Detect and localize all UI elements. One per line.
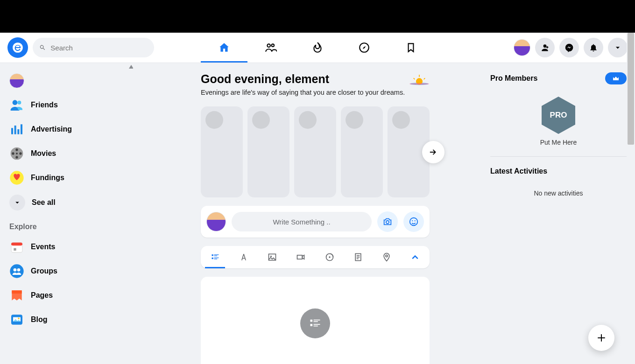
composer-avatar[interactable] [206, 212, 226, 231]
nav-people[interactable] [247, 33, 294, 63]
sidebar-see-all[interactable]: See all [4, 190, 129, 215]
svg-rect-31 [214, 254, 219, 255]
advertising-icon [9, 122, 24, 137]
groups-icon [9, 264, 24, 279]
greeting-subtitle: Evenings are life's way of saying that y… [201, 89, 405, 96]
filter-all[interactable] [202, 246, 228, 268]
filter-photo[interactable] [260, 246, 285, 268]
events-icon [9, 239, 24, 254]
compass-icon [358, 42, 370, 54]
svg-point-29 [415, 220, 416, 221]
svg-rect-1 [11, 128, 13, 134]
pro-hexagon[interactable]: PRO [540, 97, 577, 134]
svg-point-25 [409, 83, 429, 85]
svg-rect-51 [314, 326, 318, 327]
main-feed: Good evening, element Evenings are life'… [133, 63, 490, 364]
sidebar-groups[interactable]: Groups [4, 259, 129, 283]
svg-rect-3 [17, 129, 19, 134]
story-card[interactable] [294, 106, 336, 197]
divider [490, 156, 627, 157]
left-sidebar: Friends Advertising Movies Fundings See … [0, 63, 133, 364]
story-card[interactable] [247, 106, 289, 197]
svg-point-8 [12, 152, 14, 154]
sidebar-advertising[interactable]: Advertising [4, 117, 129, 141]
composer-emoji-button[interactable] [403, 211, 424, 232]
svg-rect-30 [212, 254, 213, 256]
camera-icon [382, 217, 393, 227]
user-avatar[interactable] [514, 39, 530, 56]
filter-video[interactable] [288, 246, 314, 268]
svg-rect-33 [212, 258, 213, 259]
sidebar-item-label: Blog [31, 315, 48, 324]
svg-rect-47 [314, 320, 320, 321]
create-fab[interactable] [588, 325, 614, 351]
svg-rect-46 [310, 320, 313, 322]
filter-collapse[interactable] [402, 246, 428, 268]
search-icon [39, 44, 46, 51]
sidebar-movies[interactable]: Movies [4, 141, 129, 166]
put-me-here-link[interactable]: Put Me Here [490, 139, 627, 146]
svg-rect-50 [314, 324, 320, 325]
filter-file[interactable] [345, 246, 371, 268]
svg-point-28 [412, 220, 413, 221]
no-activities-text: No new activities [490, 189, 627, 197]
bookmark-icon [405, 42, 417, 54]
nav-trending[interactable] [294, 33, 341, 63]
account-menu-button[interactable] [608, 38, 628, 57]
logo-e-icon [12, 42, 24, 54]
svg-rect-48 [314, 321, 318, 322]
sidebar-scroll-caret-icon [129, 65, 133, 69]
story-avatar-placeholder [392, 111, 410, 129]
friends-icon [9, 98, 24, 112]
nav-home[interactable] [201, 33, 247, 63]
site-logo[interactable] [7, 37, 28, 58]
crown-icon [612, 75, 620, 82]
image-icon [268, 252, 277, 262]
scrollbar-thumb[interactable] [628, 33, 634, 145]
fundings-icon [9, 170, 24, 185]
flame-icon [311, 42, 324, 54]
smile-icon [409, 217, 419, 227]
story-avatar-placeholder [252, 111, 270, 129]
composer-photo-button[interactable] [377, 211, 398, 232]
add-friend-icon [540, 43, 550, 52]
sidebar-friends[interactable]: Friends [4, 93, 129, 117]
search-input[interactable] [50, 44, 148, 52]
composer-input[interactable]: Write Something .. [232, 212, 372, 231]
notifications-button[interactable] [584, 38, 603, 57]
sidebar-fundings[interactable]: Fundings [4, 166, 129, 190]
stories-carousel [201, 106, 434, 197]
sidebar-profile[interactable] [4, 69, 129, 93]
stories-next-button[interactable] [422, 141, 444, 163]
nav-explore[interactable] [341, 33, 388, 63]
feed-filter-bar [201, 246, 430, 268]
story-card[interactable] [341, 106, 383, 197]
search-field[interactable] [33, 38, 154, 57]
story-card[interactable] [201, 106, 243, 197]
svg-rect-38 [297, 255, 303, 259]
filter-text[interactable] [231, 246, 256, 268]
latest-activities-header: Latest Activities [490, 167, 627, 175]
svg-point-9 [19, 152, 21, 154]
messages-button[interactable] [559, 38, 579, 57]
sidebar-pages[interactable]: Pages [4, 283, 129, 308]
filter-audio[interactable] [317, 246, 342, 268]
filter-location[interactable] [374, 246, 400, 268]
sidebar-item-label: Friends [31, 101, 58, 109]
svg-point-40 [329, 256, 330, 258]
sidebar-blog[interactable]: Blog [4, 308, 129, 332]
messenger-icon [564, 43, 574, 52]
sidebar-item-label: Fundings [31, 174, 64, 182]
svg-point-10 [16, 153, 18, 154]
list-icon [211, 252, 220, 262]
svg-point-15 [10, 264, 23, 278]
sidebar-events[interactable]: Events [4, 235, 129, 259]
nav-saved[interactable] [388, 33, 434, 63]
story-avatar-placeholder [299, 111, 317, 129]
page-scrollbar[interactable] [627, 33, 635, 364]
sidebar-item-label: Events [31, 243, 55, 251]
document-icon [353, 252, 363, 262]
pro-badge-button[interactable] [605, 72, 627, 84]
text-icon [239, 252, 248, 262]
friend-requests-button[interactable] [535, 38, 555, 57]
